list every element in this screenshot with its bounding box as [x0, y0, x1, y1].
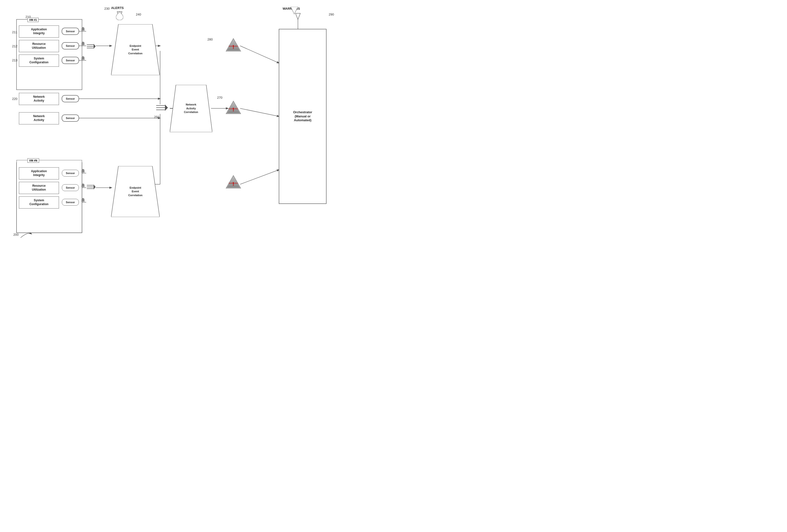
- app-integrity-n: ApplicationIntegrity: [19, 167, 59, 179]
- ref-270: 270: [217, 96, 222, 99]
- alerts-drop-230: [116, 12, 123, 21]
- multi-arrow-n: [86, 183, 96, 192]
- multi-arrow-network: [156, 103, 169, 114]
- multi-arrow-1: [86, 43, 96, 51]
- ref-240: 240: [136, 13, 141, 16]
- sensor-1-2: Sensor: [62, 42, 79, 49]
- ref-290: 290: [329, 13, 334, 16]
- vmn-label: VM #N: [27, 158, 39, 163]
- ref-211: 211: [12, 30, 18, 34]
- svg-text:WARNING: WARNING: [229, 45, 238, 47]
- sys-config-1: SystemConfiguration: [19, 54, 59, 67]
- alerts-label: ALERTS: [111, 6, 124, 10]
- sensor-net-1: Sensor: [62, 95, 79, 102]
- vm1-label: VM #1: [27, 18, 39, 22]
- sensor-net-2: Sensor: [62, 115, 79, 121]
- network-correlation: NetworkActivityCorrelation: [170, 85, 212, 132]
- svg-marker-60: [291, 7, 298, 14]
- svg-text:WARNING: WARNING: [229, 108, 238, 110]
- app-integrity-1: ApplicationIntegrity: [19, 25, 59, 38]
- alert-icon-1: [81, 27, 85, 33]
- alert-icon-2: [81, 41, 85, 47]
- sys-config-n: SystemConfiguration: [19, 196, 59, 208]
- alert-icon-n2: [81, 183, 85, 190]
- sensor-n-3: Sensor: [62, 199, 79, 206]
- sensor-n-2: Sensor: [62, 184, 79, 191]
- warning-icon-bottom: ! WARNING: [226, 175, 241, 190]
- alert-icon-n3: [81, 198, 85, 204]
- ref-230: 230: [104, 7, 110, 10]
- svg-line-29: [240, 170, 279, 184]
- orchestrator-box: Orchestrator(Manual orAutomated): [279, 29, 326, 204]
- alert-icon-3: [81, 56, 85, 62]
- svg-marker-46: [94, 184, 95, 190]
- sensor-1-3: Sensor: [62, 57, 79, 64]
- ref-212: 212: [12, 44, 18, 48]
- ref-280: 280: [208, 38, 213, 41]
- ref-213: 213: [12, 59, 18, 62]
- svg-line-27: [240, 46, 279, 63]
- svg-line-28: [240, 108, 279, 116]
- alert-icon-n1: [81, 169, 85, 175]
- ref-200: 200: [13, 233, 19, 237]
- endpoint-correlation-2: EndpointEventCorrelation: [111, 166, 159, 217]
- resource-util-1: ResourceUtilization: [19, 40, 59, 52]
- warning-icon-280: ! WARNING: [226, 38, 241, 53]
- warnings-drop: [291, 7, 298, 16]
- sensor-1-1: Sensor: [62, 28, 79, 35]
- warning-icon-270: ! WARNING: [226, 100, 241, 116]
- endpoint-correlation-1: EndpointEventCorrelation: [111, 24, 159, 75]
- ref-220: 220: [12, 97, 18, 101]
- svg-marker-36: [94, 44, 95, 49]
- svg-text:WARNING: WARNING: [229, 182, 238, 184]
- svg-marker-41: [165, 105, 168, 111]
- network-activity-1: NetworkActivity: [19, 93, 59, 105]
- sensor-n-1: Sensor: [62, 170, 79, 177]
- network-activity-2: NetworkActivity: [19, 112, 59, 125]
- ref-250: 250: [154, 115, 159, 119]
- resource-util-n: ResourceUtilization: [19, 182, 59, 194]
